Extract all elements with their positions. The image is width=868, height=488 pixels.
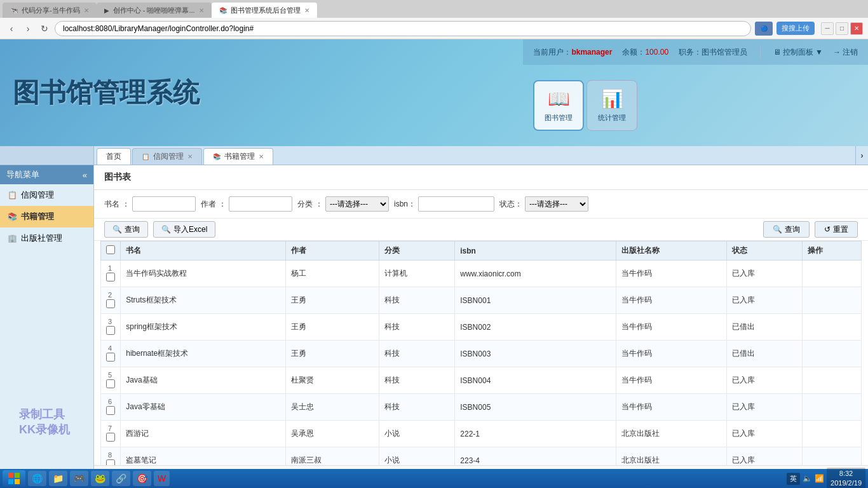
dropdown-icon: ▼ (815, 48, 823, 57)
status-select[interactable]: ---请选择--- 已入库 已借出 (525, 196, 588, 212)
row-name-0: 当牛作码实战教程 (121, 261, 286, 287)
forward-btn[interactable]: › (22, 22, 34, 35)
role-value: 图书馆管理员 (702, 48, 747, 57)
browser-tab-3[interactable]: 📚 图书管理系统后台管理 ✕ (212, 3, 317, 18)
username-value: bkmanager (571, 48, 612, 57)
table-row: 2 Struts框架技术 王勇 科技 ISBN001 当牛作码 已入库 (101, 287, 862, 314)
import-icon: 🔍 (161, 225, 171, 234)
reset-icon: ↺ (824, 225, 831, 234)
header-icons: 📖 图书管理 📊 统计管理 (523, 65, 868, 146)
row-num-label: 7 (108, 424, 112, 432)
tab-home[interactable]: 首页 (97, 148, 131, 165)
close-btn[interactable]: ✕ (850, 22, 863, 35)
reader-icon: 📋 (8, 191, 17, 200)
row-num-2: 3 (101, 314, 121, 341)
row-checkbox[interactable] (106, 326, 115, 335)
control-panel-link[interactable]: 🖥 控制面板 ▼ (773, 47, 823, 58)
tab-close-2[interactable]: ✕ (199, 7, 204, 14)
logout-link[interactable]: → 注销 (833, 47, 858, 58)
tab-scroll-right[interactable]: › (855, 146, 868, 165)
browser-ext-icon[interactable]: 🔵 (755, 22, 773, 36)
reset-btn[interactable]: ↺ 重置 (815, 221, 858, 238)
row-checkbox[interactable] (106, 433, 115, 442)
row-action-4 (803, 367, 862, 394)
maximize-btn[interactable]: □ (836, 22, 848, 35)
table-row: 4 hibernate框架技术 王勇 科技 ISBN003 当牛作码 已借出 (101, 341, 862, 367)
browser-tab-2[interactable]: ▶ 创作中心 - 啪唑啪唑弹幕... ✕ (97, 3, 212, 18)
row-num-6: 7 (101, 421, 121, 447)
row-num-5: 6 (101, 394, 121, 421)
search-btn[interactable]: 🔍 查询 (104, 221, 148, 238)
row-isbn-7: 223-4 (455, 447, 616, 466)
sidebar-item-reader[interactable]: 📋 信阅管理 (0, 184, 93, 206)
taskbar-app-5[interactable]: 🎯 (133, 471, 151, 486)
row-checkbox[interactable] (106, 353, 115, 362)
book-name-input[interactable] (132, 196, 196, 212)
tab-close-1[interactable]: ✕ (84, 7, 89, 14)
row-num-4: 5 (101, 367, 121, 394)
upload-btn[interactable]: 搜搜上传 (776, 22, 815, 35)
taskbar-app-4[interactable]: 🔗 (112, 471, 130, 486)
row-checkbox[interactable] (106, 406, 115, 415)
input-lang[interactable]: 英 (787, 473, 800, 485)
query-btn[interactable]: 🔍 查询 (763, 221, 810, 238)
row-publisher-5: 当牛作码 (616, 394, 726, 421)
row-action-1 (803, 287, 862, 314)
row-num-3: 4 (101, 341, 121, 367)
col-publisher: 出版社名称 (616, 241, 726, 261)
browser-tab-1[interactable]: 🐄 代码分享-当牛作码 ✕ (3, 3, 97, 18)
book-mgmt-btn[interactable]: 📖 图书管理 (533, 80, 584, 131)
book-tab-icon: 📚 (213, 153, 220, 160)
table-container: 书名 作者 分类 isbn 出版社名称 状态 操作 1 当牛作码实战教程 杨工 … (94, 241, 868, 465)
tab-reader-mgmt[interactable]: 📋 信阅管理 ✕ (132, 148, 202, 165)
row-status-1: 已入库 (726, 287, 803, 314)
row-checkbox[interactable] (106, 459, 115, 465)
reader-tab-close[interactable]: ✕ (187, 153, 193, 160)
row-checkbox[interactable] (106, 379, 115, 388)
category-label: 分类 (297, 199, 313, 210)
start-button[interactable] (3, 470, 25, 487)
refresh-btn[interactable]: ↻ (38, 22, 51, 35)
col-author: 作者 (285, 241, 379, 261)
taskbar-app-1[interactable]: 📁 (49, 471, 67, 486)
book-tab-close[interactable]: ✕ (259, 153, 264, 160)
category-select[interactable]: ---请选择--- 计算机 科技 小说 文艺 (325, 196, 389, 212)
import-excel-btn[interactable]: 🔍 导入Excel (153, 221, 215, 238)
row-status-3: 已借出 (726, 341, 803, 367)
sidebar-item-publisher[interactable]: 🏢 出版社管理 (0, 227, 93, 249)
tab-close-3[interactable]: ✕ (304, 7, 309, 14)
row-isbn-4: ISBN004 (455, 367, 616, 394)
sidebar-item-books[interactable]: 📚 书籍管理 (0, 206, 93, 227)
row-action-2 (803, 314, 862, 341)
select-all-checkbox[interactable] (106, 245, 115, 254)
book-icon: 📖 (548, 88, 570, 109)
taskbar-app-2[interactable]: 🎮 (70, 471, 88, 486)
sidebar-collapse-icon[interactable]: « (83, 170, 87, 180)
row-isbn-3: ISBN003 (455, 341, 616, 367)
row-status-7: 已入库 (726, 447, 803, 466)
author-input[interactable] (229, 196, 292, 212)
back-btn[interactable]: ‹ (5, 22, 18, 35)
row-num-label: 6 (108, 398, 112, 405)
taskbar-app-6[interactable]: W (154, 471, 170, 486)
status-group: 状态： ---请选择--- 已入库 已借出 (499, 196, 588, 212)
author-label: 作者 (201, 199, 216, 210)
stats-mgmt-btn[interactable]: 📊 统计管理 (587, 80, 637, 131)
minimize-btn[interactable]: ─ (821, 22, 834, 35)
app-title: 图书馆管理系统 (13, 75, 200, 111)
row-checkbox[interactable] (106, 299, 115, 308)
row-action-7 (803, 447, 862, 466)
header-right: 当前用户：bkmanager 余额：100.00 职务：图书馆管理员 🖥 控制面… (523, 39, 868, 146)
tab-book-mgmt[interactable]: 📚 书籍管理 ✕ (203, 148, 273, 165)
row-category-0: 计算机 (379, 261, 455, 287)
row-checkbox[interactable] (106, 273, 115, 281)
browser-taskbar-icon: 🌐 (32, 473, 43, 484)
row-name-6: 西游记 (121, 421, 286, 447)
url-bar[interactable] (55, 21, 751, 36)
isbn-input[interactable] (418, 196, 494, 212)
row-author-6: 吴承恩 (285, 421, 379, 447)
taskbar-app-3[interactable]: 🐸 (91, 471, 109, 486)
taskbar-browser[interactable]: 🌐 (28, 471, 46, 486)
row-num-0: 1 (101, 261, 121, 287)
row-publisher-0: 当牛作码 (616, 261, 726, 287)
